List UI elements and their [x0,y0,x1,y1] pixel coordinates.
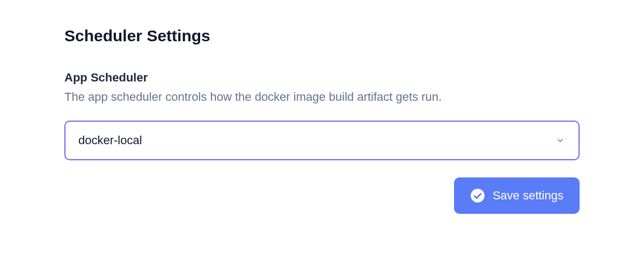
check-circle-icon [470,188,485,203]
svg-point-0 [471,189,485,203]
save-settings-button[interactable]: Save settings [454,177,580,214]
section-description: The app scheduler controls how the docke… [64,89,580,106]
scheduler-select-value: docker-local [78,133,142,147]
scheduler-select-wrapper: docker-local [64,121,580,160]
scheduler-section: App Scheduler The app scheduler controls… [64,71,580,214]
chevron-down-icon [555,135,566,146]
section-label: App Scheduler [64,71,580,85]
page-title: Scheduler Settings [64,27,580,45]
save-button-label: Save settings [493,189,564,203]
scheduler-select[interactable]: docker-local [64,121,580,160]
actions-row: Save settings [64,177,580,214]
